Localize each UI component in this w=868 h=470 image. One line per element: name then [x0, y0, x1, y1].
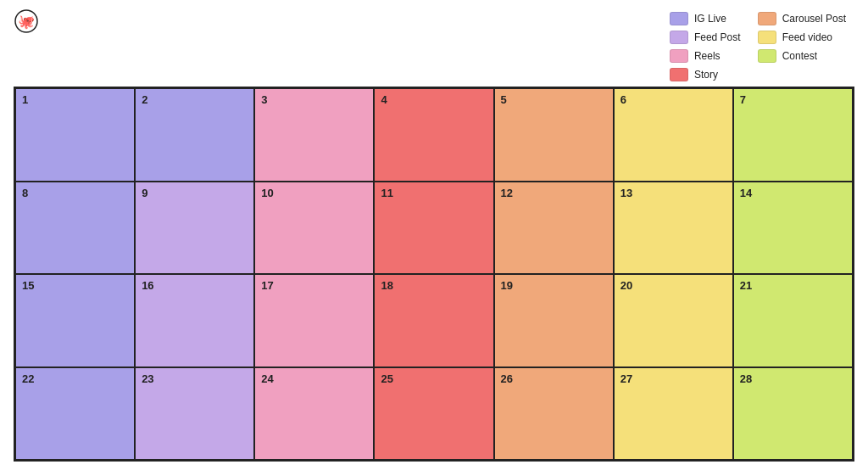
calendar-day-22[interactable]: 22: [15, 367, 135, 461]
legend-swatch-feed-post: [670, 31, 688, 44]
cell-number: 1: [22, 93, 28, 106]
legend-swatch-story: [670, 68, 688, 81]
legend-label-feed-video: Feed video: [782, 31, 832, 43]
calendar-day-20[interactable]: 20: [614, 274, 733, 367]
cell-number: 25: [381, 372, 392, 385]
calendar-day-1[interactable]: 1: [15, 88, 135, 182]
calendar-day-9[interactable]: 9: [135, 182, 254, 275]
legend-swatch-contest: [758, 49, 776, 63]
cell-number: 22: [22, 372, 34, 385]
calendar-day-11[interactable]: 11: [374, 182, 493, 275]
page: 🐙 IG LiveCarousel PostFeed PostFeed vide…: [0, 0, 868, 470]
calendar-day-17[interactable]: 17: [254, 274, 374, 367]
top-section: 🐙 IG LiveCarousel PostFeed PostFeed vide…: [14, 8, 854, 81]
legend-swatch-carousel: [758, 12, 776, 25]
legend-item-story: Story: [670, 68, 741, 81]
calendar-day-5[interactable]: 5: [494, 88, 614, 182]
cell-number: 18: [381, 279, 392, 292]
legend-label-story: Story: [694, 69, 718, 81]
cell-number: 26: [501, 372, 513, 385]
calendar-day-27[interactable]: 27: [614, 367, 733, 461]
calendar-day-21[interactable]: 21: [733, 274, 853, 367]
cell-number: 16: [142, 279, 153, 292]
cell-number: 27: [620, 372, 632, 385]
legend-item-feed-post: Feed Post: [670, 31, 741, 44]
legend-swatch-reels: [670, 49, 688, 63]
calendar-day-4[interactable]: 4: [374, 88, 493, 182]
calendar-day-3[interactable]: 3: [254, 88, 374, 182]
cell-number: 20: [620, 279, 632, 292]
calendar-day-16[interactable]: 16: [135, 274, 254, 367]
cell-number: 9: [142, 187, 147, 199]
legend-item-empty: [758, 68, 846, 81]
legend-item-ig-live: IG Live: [670, 12, 741, 25]
cell-number: 12: [501, 187, 513, 199]
cell-number: 10: [261, 187, 273, 199]
legend-label-contest: Contest: [782, 50, 817, 62]
cell-number: 11: [381, 187, 392, 199]
legend-item-carousel: Carousel Post: [758, 12, 846, 25]
legend-label-feed-post: Feed Post: [694, 31, 741, 43]
logo-title: 🐙: [14, 8, 44, 36]
calendar-day-25[interactable]: 25: [374, 367, 493, 461]
cell-number: 28: [740, 372, 752, 385]
manychat-logo-icon: 🐙: [14, 8, 39, 34]
legend-item-contest: Contest: [758, 49, 846, 63]
cell-number: 15: [22, 279, 34, 292]
calendar-day-18[interactable]: 18: [374, 274, 493, 367]
calendar-day-26[interactable]: 26: [494, 367, 614, 461]
cell-number: 7: [740, 93, 746, 106]
cell-number: 2: [142, 93, 147, 106]
calendar-day-6[interactable]: 6: [614, 88, 733, 182]
calendar-grid: 1234567891011121314151617181920212223242…: [14, 87, 854, 462]
cell-number: 21: [740, 279, 752, 292]
legend-item-reels: Reels: [670, 49, 741, 63]
calendar-day-14[interactable]: 14: [733, 182, 853, 275]
legend-swatch-ig-live: [670, 12, 688, 25]
legend-label-ig-live: IG Live: [694, 13, 726, 25]
cell-number: 23: [142, 372, 153, 385]
legend-label-carousel: Carousel Post: [782, 13, 846, 25]
calendar-day-23[interactable]: 23: [135, 367, 254, 461]
calendar-day-2[interactable]: 2: [135, 88, 254, 182]
cell-number: 24: [261, 372, 273, 385]
calendar-day-12[interactable]: 12: [494, 182, 614, 275]
legend-item-feed-video: Feed video: [758, 31, 846, 44]
cell-number: 13: [620, 187, 632, 199]
cell-number: 17: [261, 279, 273, 292]
legend: IG LiveCarousel PostFeed PostFeed videoR…: [670, 12, 846, 81]
cell-number: 8: [22, 187, 28, 199]
logo-row: 🐙: [14, 8, 44, 34]
calendar-day-10[interactable]: 10: [254, 182, 374, 275]
calendar-day-8[interactable]: 8: [15, 182, 135, 275]
calendar-day-15[interactable]: 15: [15, 274, 135, 367]
legend-swatch-feed-video: [758, 31, 776, 44]
svg-text:🐙: 🐙: [18, 14, 35, 30]
calendar-day-19[interactable]: 19: [494, 274, 614, 367]
cell-number: 19: [501, 279, 513, 292]
legend-label-reels: Reels: [694, 50, 721, 62]
cell-number: 14: [740, 187, 752, 199]
cell-number: 6: [620, 93, 626, 106]
calendar-day-7[interactable]: 7: [733, 88, 853, 182]
calendar-day-28[interactable]: 28: [733, 367, 853, 461]
calendar-day-24[interactable]: 24: [254, 367, 374, 461]
cell-number: 3: [261, 93, 267, 106]
calendar-day-13[interactable]: 13: [614, 182, 733, 275]
cell-number: 5: [501, 93, 507, 106]
cell-number: 4: [381, 93, 387, 106]
